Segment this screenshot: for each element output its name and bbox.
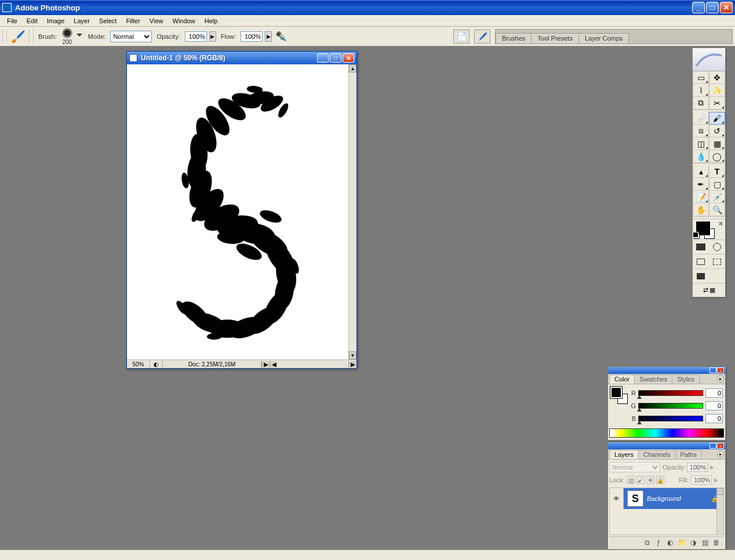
blend-mode-select[interactable]: Normal	[110, 31, 152, 42]
menu-file[interactable]: File	[2, 16, 22, 26]
flow-input[interactable]	[241, 31, 263, 42]
window-maximize-button[interactable]: □	[706, 2, 719, 13]
file-browser-button[interactable]: 📄	[453, 30, 470, 43]
blur-tool[interactable]: 💧	[693, 150, 709, 163]
menu-help[interactable]: Help	[200, 16, 223, 26]
menu-window[interactable]: Window	[168, 16, 200, 26]
r-slider[interactable]	[638, 390, 703, 396]
layer-blend-mode-select[interactable]: Normal	[609, 462, 660, 472]
new-set-icon[interactable]: 📁	[676, 538, 687, 547]
gradient-tool[interactable]: ▦	[709, 137, 725, 150]
layers-panel-menu[interactable]: ▸	[717, 450, 724, 457]
marquee-tool[interactable]: ▭	[693, 71, 709, 84]
layer-item-background[interactable]: 👁 S Background 🔒	[610, 488, 723, 509]
color-ramp[interactable]	[609, 428, 724, 438]
flow-arrow[interactable]: ▶	[265, 31, 272, 42]
delete-layer-icon[interactable]: 🗑	[711, 538, 722, 547]
layer-mask-icon[interactable]: ◐	[665, 538, 675, 547]
notes-tool[interactable]: 📝	[693, 191, 709, 203]
opacity-input[interactable]	[185, 31, 207, 42]
doc-info[interactable]: Doc: 2,25M/2,16M	[163, 360, 261, 368]
zoom-tool[interactable]: 🔍	[709, 203, 725, 216]
layer-thumbnail[interactable]: S	[627, 490, 643, 507]
menu-select[interactable]: Select	[94, 16, 122, 26]
path-selection-tool[interactable]: ▴	[693, 165, 709, 178]
doc-zoom-field[interactable]: 50%	[127, 360, 150, 368]
tab-layers[interactable]: Layers	[609, 450, 639, 459]
doc-info-arrow[interactable]: ▶	[261, 361, 270, 368]
fill-arrow-icon[interactable]: ▶	[714, 477, 720, 483]
doc-vertical-scrollbar[interactable]: ▲ ▼	[348, 64, 356, 359]
scroll-up-arrow[interactable]: ▲	[349, 64, 356, 72]
layer-visibility-icon[interactable]: 👁	[610, 488, 624, 509]
layer-opacity-input[interactable]	[687, 463, 708, 472]
menu-filter[interactable]: Filter	[121, 16, 144, 26]
options-grip-2[interactable]	[29, 30, 34, 43]
pen-tool[interactable]: ✒	[693, 178, 709, 191]
type-tool[interactable]: T	[709, 165, 725, 178]
panel-minimize-icon[interactable]: _	[709, 368, 716, 373]
menu-layer[interactable]: Layer	[69, 16, 94, 26]
window-close-button[interactable]: ✕	[720, 2, 733, 13]
well-tab-brushes[interactable]: Brushes	[496, 33, 532, 43]
color-panel-menu[interactable]: ▸	[717, 375, 724, 382]
toolbox-header[interactable]	[693, 48, 725, 71]
canvas[interactable]	[127, 64, 356, 359]
brush-preset-picker[interactable]: 200	[61, 27, 73, 45]
hand-tool[interactable]: ✋	[693, 203, 709, 216]
brushes-palette-button[interactable]: 🖊️	[474, 30, 490, 43]
standard-mode-button[interactable]	[693, 240, 709, 254]
window-minimize-button[interactable]: _	[692, 2, 705, 13]
swap-colors-icon[interactable]: ⤭	[718, 220, 723, 227]
jump-to-imageready-button[interactable]: ⇄ ▦	[693, 283, 725, 297]
lock-all-icon[interactable]: 🔒	[656, 476, 664, 484]
scroll-down-arrow[interactable]: ▼	[349, 351, 356, 359]
lock-pixels-icon[interactable]: 🖌	[636, 476, 645, 484]
panel-minimize-icon[interactable]: _	[709, 443, 716, 449]
full-screen-button[interactable]	[693, 269, 709, 283]
b-value[interactable]	[705, 414, 723, 423]
full-screen-menu-button[interactable]	[709, 254, 725, 268]
opacity-arrow[interactable]: ▶	[209, 31, 216, 42]
doc-close-button[interactable]: ✕	[343, 53, 354, 63]
cp-fg-swatch[interactable]	[610, 387, 622, 398]
healing-brush-tool[interactable]: 🩹	[693, 112, 709, 125]
tab-styles[interactable]: Styles	[672, 374, 700, 384]
lock-position-icon[interactable]: ✥	[646, 476, 654, 484]
brush-tool-icon[interactable]: 🖌️	[9, 28, 27, 45]
b-slider[interactable]	[638, 416, 703, 421]
menu-image[interactable]: Image	[42, 16, 70, 26]
slice-tool[interactable]: ✂	[709, 97, 725, 110]
doc-status-icon[interactable]: ◐	[150, 360, 163, 368]
g-value[interactable]	[705, 401, 723, 410]
clone-stamp-tool[interactable]: ⧇	[693, 125, 709, 137]
well-tab-layer-comps[interactable]: Layer Comps	[578, 33, 629, 43]
eraser-tool[interactable]: ◫	[693, 137, 709, 150]
airbrush-button[interactable]: ✒️	[274, 30, 288, 43]
dodge-tool[interactable]: ◯	[709, 150, 725, 163]
menu-edit[interactable]: Edit	[22, 16, 42, 26]
adjustment-layer-icon[interactable]: ◑	[688, 538, 698, 547]
well-tab-tool-presets[interactable]: Tool Presets	[531, 33, 579, 43]
panel-close-icon[interactable]: ×	[717, 368, 724, 373]
tab-swatches[interactable]: Swatches	[634, 374, 672, 384]
tab-channels[interactable]: Channels	[638, 450, 675, 459]
color-panel-swatches[interactable]	[610, 387, 628, 404]
layer-list-scrollbar[interactable]	[716, 488, 723, 534]
document-titlebar[interactable]: Untitled-1 @ 50% (RGB/8) _ □ ✕	[127, 52, 356, 64]
r-value[interactable]	[705, 388, 723, 398]
scroll-right-arrow[interactable]: ▶	[348, 361, 356, 368]
link-layers-icon[interactable]: ⧉	[642, 538, 652, 547]
default-colors-icon[interactable]	[694, 233, 700, 239]
crop-tool[interactable]: ⧉	[693, 97, 709, 110]
lasso-tool[interactable]: ⌇	[693, 84, 709, 97]
quickmask-mode-button[interactable]	[709, 240, 725, 254]
menu-view[interactable]: View	[145, 16, 168, 26]
move-tool[interactable]: ✥	[709, 71, 725, 84]
fill-input[interactable]	[691, 475, 712, 485]
doc-maximize-button[interactable]: □	[330, 53, 341, 63]
history-brush-tool[interactable]: ↺	[709, 125, 725, 137]
g-slider[interactable]	[638, 403, 703, 409]
layers-panel-head[interactable]: _ ×	[608, 442, 725, 449]
opacity-arrow-icon[interactable]: ▶	[710, 464, 716, 470]
